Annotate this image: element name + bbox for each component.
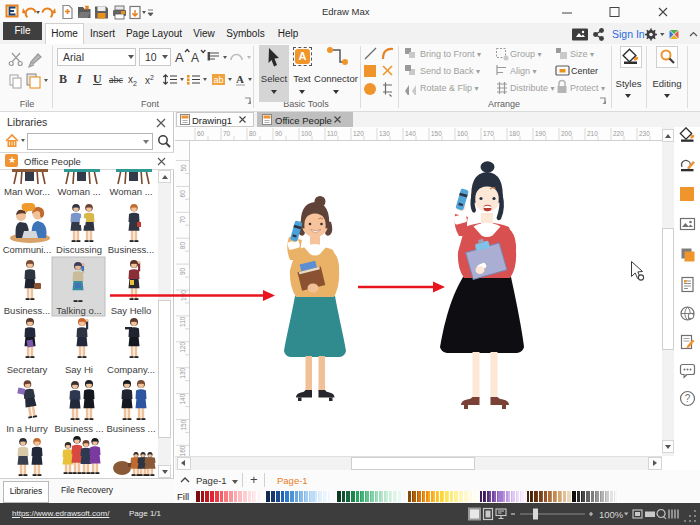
svg-text:100%: 100% (599, 509, 624, 520)
svg-text:?: ? (685, 393, 691, 404)
